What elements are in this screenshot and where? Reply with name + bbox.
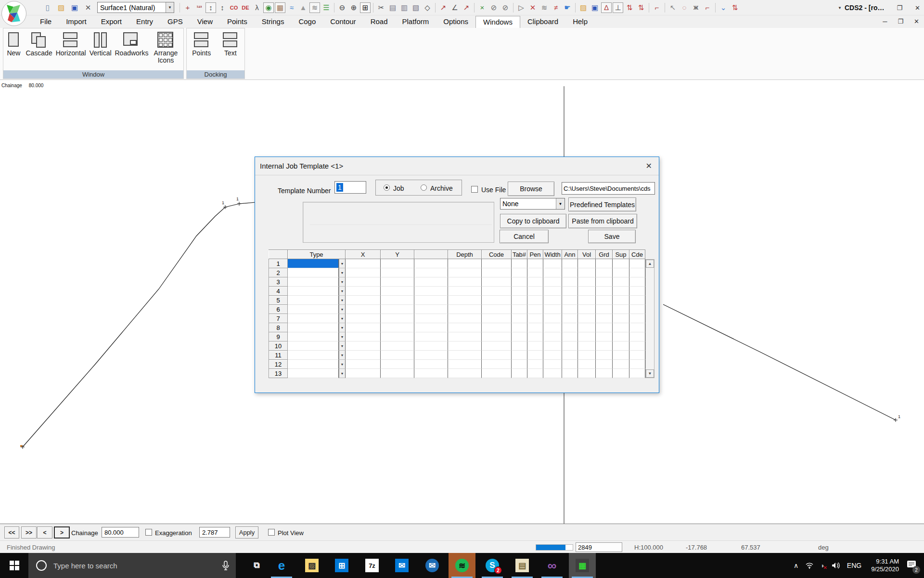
thunderbird-taskbar-button[interactable]: ✉ [419, 553, 446, 578]
table-cell[interactable] [613, 351, 629, 360]
table-cell[interactable] [414, 369, 448, 378]
store-taskbar-button[interactable]: ⊞ [328, 553, 355, 578]
spotify-taskbar-button[interactable]: ≋ [449, 553, 475, 578]
table-cell[interactable] [629, 296, 645, 305]
table-cell[interactable] [596, 323, 613, 332]
table-cell[interactable] [346, 369, 381, 378]
table-cell[interactable] [346, 287, 381, 296]
microphone-icon[interactable] [222, 561, 229, 570]
pins3-icon[interactable]: ⇅ [730, 2, 740, 13]
table-cell[interactable] [562, 360, 578, 369]
table-cell[interactable] [512, 360, 527, 369]
table-cell[interactable] [613, 259, 629, 268]
table-cell[interactable] [512, 259, 527, 268]
table-cell[interactable] [629, 323, 645, 332]
table-cell[interactable] [562, 277, 578, 287]
menu-item-contour[interactable]: Contour [323, 16, 363, 28]
menu-item-options[interactable]: Options [436, 16, 475, 28]
vertex-tool-icon[interactable]: ⌄ [718, 2, 729, 13]
table-cell[interactable] [629, 314, 645, 323]
nav-button-3[interactable]: > [54, 526, 70, 539]
table-cell[interactable] [346, 314, 381, 323]
table-cell[interactable] [448, 296, 482, 305]
table-cell[interactable] [527, 287, 543, 296]
table-cell[interactable] [578, 268, 596, 277]
insert-shape-icon[interactable]: ◇ [422, 2, 433, 13]
table-cell[interactable] [482, 296, 512, 305]
table-cell[interactable] [346, 268, 381, 277]
table-cell[interactable] [596, 351, 613, 360]
menu-item-entry[interactable]: Entry [129, 16, 160, 28]
table-cell[interactable] [381, 332, 414, 342]
table-cell[interactable] [629, 332, 645, 342]
type-cell[interactable] [288, 342, 339, 351]
minimize-icon[interactable]: ─ [883, 18, 887, 25]
table-cell[interactable] [578, 259, 596, 268]
table-cell[interactable] [414, 287, 448, 296]
table-cell[interactable] [381, 369, 414, 378]
table-cell[interactable] [596, 332, 613, 342]
close-file-icon[interactable]: ✕ [83, 2, 93, 13]
predefined-dropdown[interactable]: None ▼ [500, 198, 565, 210]
scroll-down-icon[interactable]: ▼ [646, 369, 654, 378]
table-cell[interactable] [448, 351, 482, 360]
type-cell[interactable] [288, 296, 339, 305]
table-cell[interactable] [629, 305, 645, 314]
exclude-circle-icon[interactable]: ⊘ [488, 2, 499, 13]
row-number[interactable]: 8 [269, 323, 288, 332]
table-cell[interactable] [414, 342, 448, 351]
table-cell[interactable] [629, 342, 645, 351]
table-cell[interactable] [381, 305, 414, 314]
chevron-down-icon[interactable]: ▼ [166, 2, 174, 13]
skype-taskbar-button[interactable]: S2 [479, 553, 506, 578]
menu-item-points[interactable]: Points [220, 16, 255, 28]
table-cell[interactable] [482, 360, 512, 369]
profile-chart-icon[interactable]: ∆ [601, 2, 612, 13]
table-cell[interactable] [448, 332, 482, 342]
node-k-icon[interactable]: Ж [691, 2, 701, 13]
table-cell[interactable] [543, 342, 562, 351]
type-dropdown-icon[interactable]: ▼ [339, 323, 346, 332]
table-cell[interactable] [482, 314, 512, 323]
save-file2-icon[interactable]: ▣ [590, 2, 600, 13]
exclude-circle2-icon[interactable]: ⊘ [500, 2, 511, 13]
code-display-icon[interactable]: CO [229, 2, 239, 13]
table-cell[interactable] [381, 314, 414, 323]
table-cell[interactable] [381, 296, 414, 305]
pan-hand-icon[interactable]: ☛ [562, 2, 573, 13]
table-cell[interactable] [448, 305, 482, 314]
type-dropdown-icon[interactable]: ▼ [339, 305, 346, 314]
table-cell[interactable] [414, 277, 448, 287]
table-cell[interactable] [578, 342, 596, 351]
table-cell[interactable] [596, 277, 613, 287]
maximize-icon[interactable]: ❐ [898, 18, 903, 25]
table-cell[interactable] [448, 287, 482, 296]
table-cell[interactable] [596, 369, 613, 378]
table-cell[interactable] [381, 323, 414, 332]
fence-lines-icon[interactable]: ≠ [551, 2, 561, 13]
table-cell[interactable] [596, 360, 613, 369]
table-scrollbar[interactable]: ▲ ▼ [645, 259, 654, 378]
table-cell[interactable] [512, 268, 527, 277]
table-cell[interactable] [414, 296, 448, 305]
edge-taskbar-button[interactable]: e [268, 553, 295, 578]
type-dropdown-icon[interactable]: ▼ [339, 287, 346, 296]
table-cell[interactable] [381, 277, 414, 287]
delete-string-icon[interactable]: ✕ [527, 2, 538, 13]
table-cell[interactable] [512, 287, 527, 296]
table-cell[interactable] [562, 296, 578, 305]
table-cell[interactable] [512, 369, 527, 378]
row-number[interactable]: 2 [269, 268, 288, 277]
task-view-taskbar-button[interactable]: ⧉ [243, 553, 270, 578]
table-cell[interactable] [578, 287, 596, 296]
table-cell[interactable] [613, 332, 629, 342]
tile-vertical-button[interactable]: Vertical [90, 31, 112, 57]
dialog-close-icon[interactable]: ✕ [646, 161, 652, 171]
polygon-tool-icon[interactable]: ▷ [516, 2, 526, 13]
bearing-line-icon[interactable]: ↗ [438, 2, 449, 13]
table-cell[interactable] [512, 351, 527, 360]
scroll-up-icon[interactable]: ▲ [646, 260, 654, 268]
table-cell[interactable] [562, 323, 578, 332]
table-cell[interactable] [543, 305, 562, 314]
table-cell[interactable] [543, 296, 562, 305]
